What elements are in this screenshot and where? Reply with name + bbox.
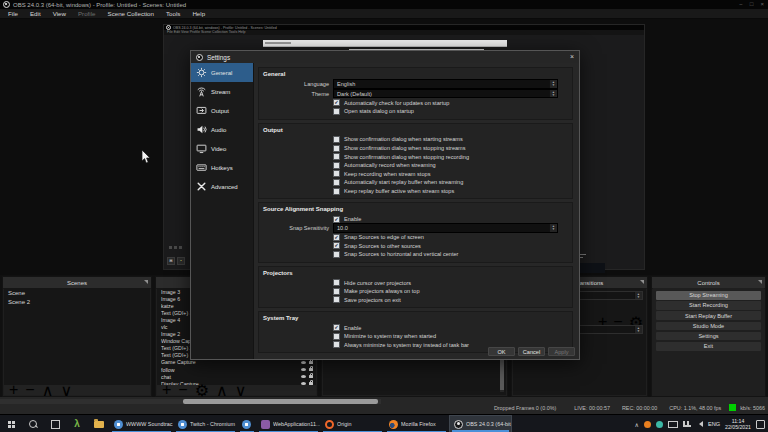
automatically-start-replay-buffer-when-streaming-checkbox[interactable] [333,179,340,186]
spinner-arrows-icon[interactable]: ▴▾ [634,326,642,333]
start-replay-buffer-button[interactable]: Start Replay Buffer [656,311,761,320]
file-explorer-button[interactable] [88,415,110,432]
theme-select[interactable]: Dark (Default)▴▾ [333,89,558,99]
snap-sources-to-horizontal-and-vertical-center-checkbox[interactable] [333,251,340,258]
language-indicator[interactable]: ENG [708,421,720,427]
always-minimize-to-system-tray-instead-of-task-bar-checkbox[interactable] [333,341,340,348]
menu-item-file[interactable]: File [2,9,24,19]
enable-checkbox[interactable]: ✓ [333,324,340,331]
settings-tab-stream[interactable]: Stream [191,82,253,101]
pin-icon[interactable] [144,280,148,284]
open-stats-dialog-on-startup-checkbox[interactable] [333,108,340,115]
maximize-button[interactable]: □ [750,0,754,9]
taskbar-app-chromium[interactable] [238,415,256,432]
menu-item-scene-collection[interactable]: Scene Collection [102,9,160,19]
spinner-arrows-icon[interactable]: ▴▾ [549,80,557,88]
taskbar-app-twitch-chromium[interactable]: Twitch - Chromium [174,415,237,432]
scene-list-item[interactable]: Scene 2 [4,297,150,306]
settings-tab-output[interactable]: Output [191,101,253,120]
settings-button[interactable]: Settings [656,332,761,341]
settings-tab-general[interactable]: General [191,63,253,82]
taskbar-clock[interactable]: 11:14 22/05/2021 [725,418,751,430]
checkbox-row: ✓Snap Sources to other sources [259,242,572,251]
source-list-item[interactable]: follow [157,366,316,373]
nested-start-button: ⊞ [167,257,175,265]
horizontal-scrollbar-handle[interactable] [183,399,378,404]
start-recording-button[interactable]: Start Recording [656,301,761,310]
menu-item-edit[interactable]: Edit [24,9,47,19]
source-list-item[interactable]: chat [157,373,316,380]
spinner-arrows-icon[interactable]: ▴▾ [549,90,557,98]
automatically-check-for-updates-on-startup-checkbox[interactable]: ✓ [333,99,340,106]
exit-button[interactable]: Exit [656,342,761,351]
taskbar-app-origin[interactable]: Origin [321,415,384,432]
minimize-button[interactable]: − [739,0,743,9]
menu-item-help[interactable]: Help [186,9,211,19]
taskbar-app-mozilla-firefox[interactable]: Mozilla Firefox [385,415,448,432]
scene-list-item[interactable]: Scene [4,288,150,297]
lock-icon[interactable] [309,375,313,378]
spinner-arrows-icon[interactable]: ▴▾ [634,292,642,299]
visibility-eye-icon[interactable] [301,375,306,378]
source-list-item[interactable]: Game Capture [157,359,316,366]
tray-monitor-icon[interactable] [668,421,678,428]
stream-icon [196,86,207,97]
menu-item-tools[interactable]: Tools [160,9,186,19]
lock-icon[interactable] [309,368,313,371]
keep-replay-buffer-active-when-stream-stops-checkbox[interactable] [333,188,340,195]
snap-sources-to-other-sources-checkbox[interactable]: ✓ [333,242,340,249]
controls-panel: Controls Stop StreamingStart RecordingSt… [651,276,766,397]
hide-cursor-over-projectors-checkbox[interactable] [333,279,340,286]
language-select[interactable]: English▴▾ [333,79,558,89]
ok-button[interactable]: OK [488,347,515,356]
action-center-icon[interactable] [756,420,765,429]
taskbar-app-obs-24-0-3-64-bit[interactable]: OBS 24.0.3 (64-bit, ... [449,415,512,432]
visibility-eye-icon[interactable] [301,368,306,371]
dialog-close-button[interactable]: × [570,51,574,63]
show-confirmation-dialog-when-stopping-streams-checkbox[interactable] [333,145,340,152]
checkbox-label: Save projectors on exit [344,297,401,303]
settings-tab-hotkeys[interactable]: Hotkeys [191,158,253,177]
visibility-eye-icon[interactable] [301,361,306,364]
studio-mode-button[interactable]: Studio Mode [656,322,761,331]
show-confirmation-dialog-when-starting-streams-checkbox[interactable] [333,136,340,143]
checkbox-row: ✓Automatically check for updates on star… [259,99,572,108]
menu-item-view[interactable]: View [47,9,72,19]
settings-tab-advanced[interactable]: Advanced [191,177,253,196]
tray-orange-app-icon[interactable] [644,421,651,428]
menu-item-profile[interactable]: Profile [72,9,102,19]
automatically-record-when-streaming-checkbox[interactable] [333,162,340,169]
nested-dock-icon [174,246,177,249]
settings-tab-audio[interactable]: Audio [191,120,253,139]
enable-checkbox[interactable]: ✓ [333,216,340,223]
tray-network-icon[interactable] [683,421,691,427]
field-value: Dark (Default) [334,91,549,97]
show-confirmation-dialog-when-stopping-recording-checkbox[interactable] [333,153,340,160]
task-view-button[interactable] [44,415,66,432]
taskbar-search-button[interactable] [22,415,44,432]
tray-teal-app-icon[interactable] [656,421,663,428]
stop-streaming-button[interactable]: Stop Streaming [656,291,761,300]
checkbox-label: Make projectors always on top [344,288,420,294]
start-button[interactable] [0,415,22,432]
taskbar-app-webapplication11[interactable]: WebApplication11... [257,415,320,432]
hidden-icons-chevron[interactable]: ∧ [635,421,639,428]
lock-icon[interactable] [309,361,313,364]
keep-recording-when-stream-stops-checkbox[interactable] [333,170,340,177]
close-button[interactable]: × [760,0,764,9]
cancel-button[interactable]: Cancel [518,347,545,356]
make-projectors-always-on-top-checkbox[interactable] [333,288,340,295]
save-projectors-on-exit-checkbox[interactable] [333,296,340,303]
settings-tab-video[interactable]: Video [191,139,253,158]
snap-sources-to-edge-of-screen-checkbox[interactable]: ✓ [333,234,340,241]
pin-icon[interactable] [758,280,762,284]
spinner-arrows-icon[interactable]: ▴▾ [549,224,557,232]
minimize-to-system-tray-when-started-checkbox[interactable] [333,333,340,340]
taskbar-pinned-lambda[interactable]: λ [66,415,88,432]
taskbar-app-wwww-soundtrac[interactable]: WWWW Soundtrac... [110,415,173,432]
snap-sensitivity-spinner[interactable]: 10.0▴▾ [333,223,558,233]
pin-icon[interactable] [640,280,644,284]
checkbox-row: ✓Enable [259,324,572,333]
tray-volume-icon[interactable] [696,421,703,427]
audio-icon [196,124,207,135]
